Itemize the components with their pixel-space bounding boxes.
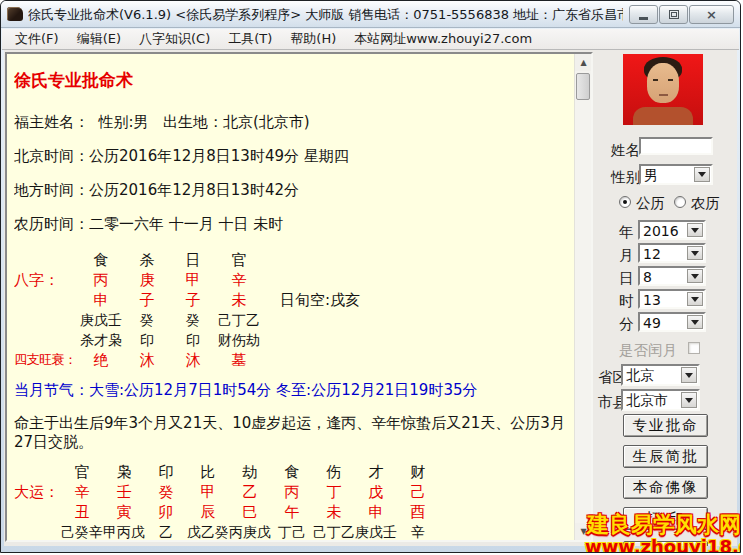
hour-select[interactable]: 13 <box>638 289 706 309</box>
bazi-branch-cell: 子 <box>124 292 170 308</box>
leap-month-checkbox[interactable] <box>688 342 700 354</box>
print-button[interactable]: 打 印 <box>623 507 708 530</box>
portrait-photo <box>623 54 703 125</box>
day-label: 日 <box>619 269 634 288</box>
app-window: 徐氏专业批命术(V6.1.9) <徐氏易学系列程序> 大师版 销售电话：0751… <box>0 0 741 553</box>
dayun-hidden-stem-cell: 丁己 <box>271 524 313 540</box>
gender-label: 性别 <box>611 168 640 187</box>
minimize-icon <box>639 17 648 20</box>
dayun-stem-cell: 甲 <box>187 484 229 500</box>
bazi-branch-cell: 申 <box>78 292 124 308</box>
wangshuai-cell: 沐 <box>170 352 216 368</box>
minimize-button[interactable] <box>629 5 658 24</box>
bazi-hidden-god-cell: 杀才枭 <box>78 332 124 348</box>
menu-item-edit[interactable]: 编辑(E) <box>68 28 130 50</box>
report-lunar-time-line: 农历时间：二零一六年 十一月 十日 未时 <box>14 216 574 232</box>
bazi-hidden-stems-row: 庚戊壬癸癸己丁乙 <box>14 310 574 330</box>
chevron-down-icon[interactable] <box>687 269 703 283</box>
dayun-god-cell: 食 <box>271 464 313 480</box>
dayun-branch-cell: 午 <box>271 504 313 520</box>
month-select[interactable]: 12 <box>638 243 706 263</box>
day-select[interactable]: 8 <box>638 266 706 286</box>
menu-item-file[interactable]: 文件(F) <box>6 28 68 50</box>
bazi-hidden-stem-cell: 庚戊壬 <box>78 312 124 328</box>
dayun-stems-row: 大运： 辛壬癸甲乙丙丁戊己 <box>14 482 574 502</box>
bazi-god-cell: 食 <box>78 252 124 268</box>
report-scrollbar[interactable]: ▲ ▼ <box>574 54 591 540</box>
month-label: 月 <box>619 246 634 265</box>
dayun-hidden-stem-cell: 戊乙癸 <box>187 524 229 540</box>
dayun-stem-cell: 癸 <box>145 484 187 500</box>
client-area: 徐氏专业批命术 福主姓名： 性别:男 出生地：北京(北京市) 北京时间：公历20… <box>4 50 737 546</box>
solar-calendar-label: 公历 <box>636 194 665 213</box>
dayun-hidden-stem-cell: 丙庚戊 <box>229 524 271 540</box>
professional-reading-button[interactable]: 专业批命 <box>623 414 708 437</box>
brief-reading-button[interactable]: 生辰简批 <box>623 445 708 468</box>
partially-hidden-button[interactable] <box>623 541 708 546</box>
chevron-down-icon[interactable] <box>681 392 697 408</box>
dayun-stem-cell: 己 <box>397 484 439 500</box>
bazi-hidden-stem-cell: 癸 <box>170 312 216 328</box>
dayun-god-cell: 比 <box>187 464 229 480</box>
bazi-branch-cell: 未 <box>216 292 262 308</box>
menu-item-website[interactable]: 本站网址www.zhouyi27.com <box>345 28 541 50</box>
dayun-hidden-stem-cell: 辛 <box>397 524 439 540</box>
gender-select[interactable]: 男 <box>639 164 713 185</box>
menu-item-bazi-knowledge[interactable]: 八字知识(C) <box>130 28 219 50</box>
report-area: 徐氏专业批命术 福主姓名： 性别:男 出生地：北京(北京市) 北京时间：公历20… <box>5 52 593 542</box>
dayun-god-cell: 劫 <box>229 464 271 480</box>
name-input[interactable] <box>639 137 713 155</box>
dayun-label: 大运： <box>14 484 61 500</box>
window-controls: × <box>629 5 734 24</box>
bazi-stem-cell: 庚 <box>124 272 170 288</box>
menu-item-help[interactable]: 帮助(H) <box>281 28 345 50</box>
chevron-down-icon[interactable] <box>681 367 697 383</box>
maximize-icon <box>669 10 679 19</box>
chevron-down-icon[interactable] <box>687 223 703 237</box>
dayun-hidden-stem-cell: 庚戊壬 <box>355 524 397 540</box>
close-icon: × <box>706 8 717 21</box>
bazi-god-cell: 杀 <box>124 252 170 268</box>
wangshuai-label: 四支旺衰： <box>14 352 78 368</box>
chevron-down-icon[interactable] <box>687 292 703 306</box>
maximize-button[interactable] <box>659 5 688 24</box>
dayun-god-cell: 才 <box>355 464 397 480</box>
report-beijing-time-line: 北京时间：公历2016年12月8日13时49分 星期四 <box>14 148 574 164</box>
dayun-god-cell: 伤 <box>313 464 355 480</box>
title-bar: 徐氏专业批命术(V6.1.9) <徐氏易学系列程序> 大师版 销售电话：0751… <box>1 1 740 28</box>
dayun-branch-cell: 申 <box>355 504 397 520</box>
province-select[interactable]: 北京 <box>621 364 700 386</box>
scroll-down-icon[interactable]: ▼ <box>575 523 592 540</box>
chevron-down-icon[interactable] <box>687 246 703 260</box>
bazi-stems-row: 八字： 丙庚甲辛 <box>14 270 574 290</box>
dayun-branch-cell: 丑 <box>61 504 103 520</box>
dayun-branch-cell: 辰 <box>187 504 229 520</box>
scrollbar-thumb[interactable] <box>576 73 590 100</box>
city-select[interactable]: 北京市 <box>621 389 700 411</box>
menu-item-tools[interactable]: 工具(T) <box>219 28 281 50</box>
dayun-stem-cell: 乙 <box>229 484 271 500</box>
solar-calendar-radio[interactable] <box>619 196 631 208</box>
year-select[interactable]: 2016 <box>638 220 706 240</box>
natal-buddha-button[interactable]: 本命佛像 <box>623 476 708 499</box>
bazi-branch-cell: 子 <box>170 292 216 308</box>
bazi-gods-row: 食杀日官 <box>14 250 574 270</box>
lunar-calendar-radio[interactable] <box>674 196 686 208</box>
scroll-up-icon[interactable]: ▲ <box>575 54 592 71</box>
bazi-god-cell: 日 <box>170 252 216 268</box>
chevron-down-icon[interactable] <box>687 315 703 329</box>
dayun-stem-cell: 丙 <box>271 484 313 500</box>
minute-select[interactable]: 49 <box>638 312 706 332</box>
bazi-hidden-stem-cell: 己丁乙 <box>216 312 262 328</box>
dayun-branch-cell: 巳 <box>229 504 271 520</box>
bazi-hidden-god-cell: 财伤劫 <box>216 332 262 348</box>
close-button[interactable]: × <box>689 5 734 24</box>
bazi-hidden-god-cell: 印 <box>124 332 170 348</box>
chevron-down-icon[interactable] <box>694 167 710 182</box>
lunar-calendar-label: 农历 <box>691 194 720 213</box>
year-label: 年 <box>619 223 634 242</box>
dayun-branches-row: 丑寅卯辰巳午未申酉 <box>14 502 574 522</box>
wangshuai-cell: 墓 <box>216 352 262 368</box>
bazi-hidden-gods-row: 杀才枭印印财伤劫 <box>14 330 574 350</box>
name-label: 姓名 <box>611 141 640 160</box>
